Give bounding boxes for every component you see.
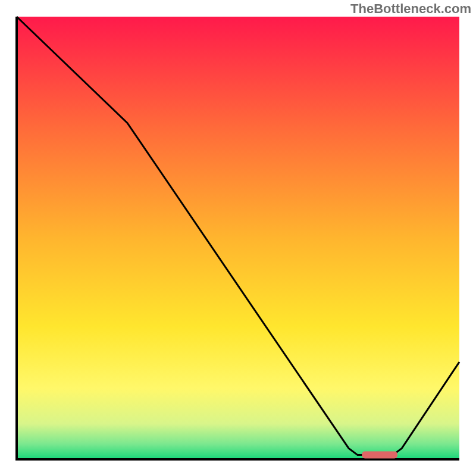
optimal-match-marker [362,452,397,459]
chart-container: TheBottleneck.com [0,0,476,476]
bottleneck-chart [0,0,476,476]
watermark-text: TheBottleneck.com [350,1,471,17]
plot-background [17,17,459,459]
